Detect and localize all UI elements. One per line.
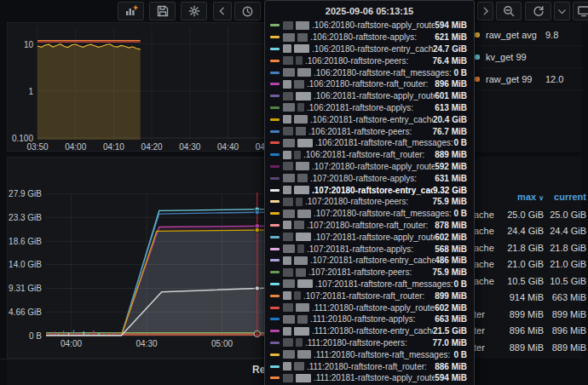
legend-table-row[interactable]: ache25.0 GiB25.0 GiB bbox=[474, 206, 586, 223]
tooltip-series-label: .107:20181-raftstore-raft_router: bbox=[303, 291, 424, 301]
dashboard-settings-button[interactable] bbox=[181, 2, 207, 20]
tooltip-series-value: 602 MiB bbox=[435, 233, 469, 242]
save-dashboard-button[interactable] bbox=[149, 2, 176, 20]
legend-item[interactable]: raw_get 9912.0 bbox=[475, 68, 585, 90]
legend-item-label: raw_get 99 bbox=[486, 74, 545, 84]
legend-row-label-fragment: ter bbox=[474, 309, 496, 319]
series-color-dash-icon bbox=[270, 36, 280, 38]
legend-item[interactable]: raw_get avg9.8 bbox=[475, 24, 585, 46]
add-panel-button[interactable] bbox=[118, 2, 144, 20]
legend-item-label: kv_get 99 bbox=[486, 52, 545, 62]
time-range-forward-button[interactable] bbox=[477, 2, 493, 20]
time-range-picker-button[interactable] bbox=[234, 2, 261, 20]
redacted-host-block bbox=[283, 186, 291, 194]
redacted-host-block bbox=[297, 315, 308, 324]
refresh-dashboard-button[interactable] bbox=[525, 2, 551, 20]
series-color-dot-icon bbox=[475, 55, 480, 60]
tooltip-row: .107:20180-raftstore-peers:75.9 MiB bbox=[270, 196, 469, 208]
redacted-host-block bbox=[294, 291, 301, 300]
tooltip-series-value: 9.32 GiB bbox=[433, 186, 469, 195]
gear-icon bbox=[187, 4, 201, 18]
tooltip-series-value: 76.4 MiB bbox=[432, 56, 469, 66]
legend-table-row[interactable]: ter899 MiB899 MiB bbox=[474, 306, 586, 323]
tooltip-row: .111:20181-raftstore-apply_router:594 Mi… bbox=[270, 372, 469, 384]
zoom-out-button[interactable] bbox=[496, 2, 522, 20]
legend-table-row[interactable]: ter896 MiB896 MiB bbox=[474, 323, 586, 340]
tooltip-row: .107:20180-raftstore-entry_cache:9.32 Gi… bbox=[270, 184, 469, 196]
tooltip-series-label: .107:20180-raftstore-applys: bbox=[310, 174, 417, 183]
refresh-interval-dropdown[interactable] bbox=[554, 2, 570, 20]
tooltip-series-label: .111:20180-raftstore-apply_router: bbox=[312, 303, 435, 313]
redacted-host-block bbox=[296, 233, 311, 241]
series-color-dash-icon bbox=[270, 376, 280, 379]
legend-row-max-value: 10.5 GiB bbox=[496, 276, 544, 286]
tooltip-row: .106:20180-raftstore-raft_router:896 MiB bbox=[270, 78, 469, 90]
monitor-icon bbox=[577, 4, 588, 18]
redacted-host-block bbox=[296, 303, 309, 312]
series-color-dash-icon bbox=[270, 224, 280, 227]
redacted-host-block bbox=[297, 210, 311, 218]
tooltip-series-value: 631 MiB bbox=[435, 174, 469, 183]
tooltip-row: .111:20180-raftstore-peers:77.0 MiB bbox=[270, 337, 469, 349]
series-color-dash-icon bbox=[270, 283, 280, 285]
redacted-host-block bbox=[296, 374, 311, 382]
tooltip-series-label: .106:20180-raftstore-applys: bbox=[310, 32, 417, 42]
tooltip-row: .106:20180-raftstore-applys:621 MiB bbox=[270, 32, 469, 43]
tooltip-row: .106:20180-raftstore-raft_messages:0 B bbox=[270, 66, 469, 78]
kiosk-mode-button[interactable] bbox=[573, 2, 588, 20]
redacted-host-block bbox=[297, 103, 304, 112]
clock-icon bbox=[241, 5, 254, 18]
legend-table-row[interactable]: 914 MiB663 MiB bbox=[474, 290, 586, 307]
legend-table-rows: ache25.0 GiB25.0 GiBache24.4 GiB24.4 GiB… bbox=[474, 206, 586, 356]
refresh-icon bbox=[532, 4, 545, 18]
tooltip-series-value: 21.5 GiB bbox=[433, 326, 469, 336]
svg-text:04:20: 04:20 bbox=[141, 142, 163, 151]
series-color-dash-icon bbox=[270, 295, 280, 297]
legend-table-row[interactable]: ache21.8 GiB21.8 GiB bbox=[474, 239, 586, 256]
tooltip-series-label: .111:20180-raftstore-applys: bbox=[310, 314, 416, 324]
svg-text:04:10: 04:10 bbox=[103, 142, 124, 151]
legend-row-label-fragment: ter bbox=[474, 325, 496, 336]
time-range-back-button[interactable] bbox=[213, 2, 232, 20]
column-header-max[interactable]: max∨ bbox=[496, 192, 544, 202]
redacted-host-block bbox=[283, 139, 295, 147]
series-color-dash-icon bbox=[270, 24, 280, 26]
legend-table-row[interactable]: ache10.5 GiB10.5 GiB bbox=[474, 273, 586, 290]
tooltip-series-value: 486 MiB bbox=[435, 256, 469, 265]
redacted-host-block bbox=[283, 92, 293, 101]
svg-text:0.100: 0.100 bbox=[12, 134, 33, 143]
redacted-host-block bbox=[294, 80, 304, 89]
tooltip-series-label: .107:20181-raftstore-peers: bbox=[308, 267, 412, 277]
legend-row-max-value: 21.8 GiB bbox=[496, 243, 544, 253]
redacted-host-block bbox=[283, 56, 293, 65]
series-color-dash-icon bbox=[270, 141, 280, 144]
redacted-host-block bbox=[294, 327, 309, 336]
legend-row-label-fragment: ache bbox=[474, 276, 496, 286]
svg-text:23.3 GiB: 23.3 GiB bbox=[9, 213, 42, 222]
legend-item[interactable]: kv_get 99 bbox=[475, 46, 585, 68]
redacted-host-block bbox=[283, 162, 293, 170]
legend-table-row[interactable]: ter889 MiB889 MiB bbox=[474, 339, 586, 356]
legend-row-current-value: 899 MiB bbox=[544, 309, 586, 319]
legend-table-row[interactable]: ache24.4 GiB24.4 GiB bbox=[474, 223, 586, 240]
tooltip-series-value: 663 MiB bbox=[435, 314, 469, 324]
redacted-host-block bbox=[283, 244, 295, 253]
tooltip-series-value: 878 MiB bbox=[435, 221, 469, 230]
column-header-current[interactable]: current bbox=[544, 192, 586, 202]
tooltip-series-value: 0 B bbox=[453, 138, 469, 147]
legend-item-label: raw_get avg bbox=[486, 30, 545, 40]
series-color-dash-icon bbox=[270, 118, 280, 121]
legend-table-row[interactable]: ache21.0 GiB21.0 GiB bbox=[474, 256, 586, 273]
tooltip-series-value: 20.4 GiB bbox=[433, 115, 469, 124]
save-icon bbox=[156, 4, 170, 18]
tooltip-series-label: .111:20180-raftstore-raft_router: bbox=[307, 362, 427, 371]
legend-row-max-value: 21.0 GiB bbox=[496, 259, 544, 269]
legend-row-label-fragment: ache bbox=[474, 259, 496, 269]
redacted-host-block bbox=[296, 198, 303, 206]
tooltip-series-label: .111:20180-raftstore-peers: bbox=[305, 338, 407, 348]
redacted-host-block bbox=[283, 338, 293, 347]
series-color-dash-icon bbox=[270, 259, 280, 261]
series-color-dash-icon bbox=[270, 130, 280, 133]
legend-row-current-value: 663 MiB bbox=[544, 292, 586, 302]
tooltip-series-label: .106:20181-raftstore-entry_cache: bbox=[310, 115, 433, 124]
